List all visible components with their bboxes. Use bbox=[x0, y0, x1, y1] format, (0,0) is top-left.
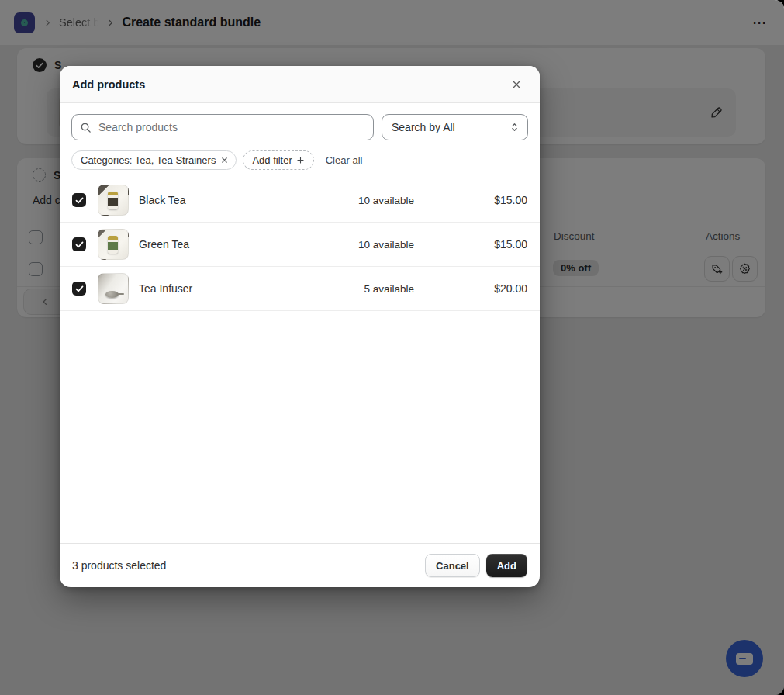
product-price: $15.00 bbox=[414, 194, 527, 206]
product-row[interactable]: Green Tea 10 available $15.00 bbox=[60, 223, 540, 267]
product-availability: 10 available bbox=[329, 195, 414, 206]
plus-icon bbox=[296, 156, 305, 164]
add-filter-button[interactable]: Add filter bbox=[243, 150, 313, 170]
search-box bbox=[71, 114, 374, 140]
product-checkbox-checked[interactable] bbox=[72, 282, 86, 296]
product-name: Tea Infuser bbox=[139, 282, 329, 295]
product-name: Green Tea bbox=[139, 238, 329, 251]
search-icon bbox=[80, 122, 92, 133]
product-row[interactable]: Black Tea 10 available $15.00 bbox=[60, 178, 540, 223]
selection-status: 3 products selected bbox=[72, 559, 166, 572]
product-price: $20.00 bbox=[414, 282, 527, 295]
product-availability: 5 available bbox=[329, 283, 414, 295]
cancel-button[interactable]: Cancel bbox=[425, 554, 480, 577]
product-availability: 10 available bbox=[329, 239, 414, 251]
modal-header: Add products bbox=[60, 66, 540, 103]
filter-bar: Categories: Tea, Tea Strainers Add filte… bbox=[60, 140, 540, 178]
product-price: $15.00 bbox=[414, 238, 527, 251]
product-row[interactable]: Tea Infuser 5 available $20.00 bbox=[60, 267, 540, 311]
modal-empty-area bbox=[60, 311, 540, 543]
product-image bbox=[98, 229, 129, 260]
app-window: Select b Create standard bundle ··· S S bbox=[0, 0, 784, 695]
close-icon[interactable] bbox=[506, 74, 527, 95]
product-image bbox=[98, 185, 129, 216]
product-checkbox-checked[interactable] bbox=[72, 193, 86, 207]
chip-remove-icon[interactable] bbox=[219, 155, 230, 165]
product-image bbox=[98, 273, 129, 304]
active-filter-chip[interactable]: Categories: Tea, Tea Strainers bbox=[71, 150, 237, 170]
add-filter-label: Add filter bbox=[252, 154, 292, 166]
clear-all-button[interactable]: Clear all bbox=[326, 154, 363, 166]
add-button[interactable]: Add bbox=[486, 554, 527, 577]
select-updown-icon bbox=[509, 122, 520, 133]
search-by-value: Search by All bbox=[392, 121, 455, 133]
product-list: Black Tea 10 available $15.00 Green Tea … bbox=[60, 178, 540, 311]
product-name: Black Tea bbox=[139, 194, 329, 206]
search-by-select[interactable]: Search by All bbox=[382, 114, 528, 140]
product-checkbox-checked[interactable] bbox=[72, 237, 86, 251]
filter-chip-label: Categories: Tea, Tea Strainers bbox=[81, 154, 216, 166]
modal-title: Add products bbox=[72, 78, 145, 91]
search-input[interactable] bbox=[97, 120, 365, 134]
add-products-modal: Add products Search by All Categories bbox=[60, 66, 540, 587]
modal-footer: 3 products selected Cancel Add bbox=[60, 543, 540, 587]
modal-toolbar: Search by All bbox=[60, 103, 540, 140]
